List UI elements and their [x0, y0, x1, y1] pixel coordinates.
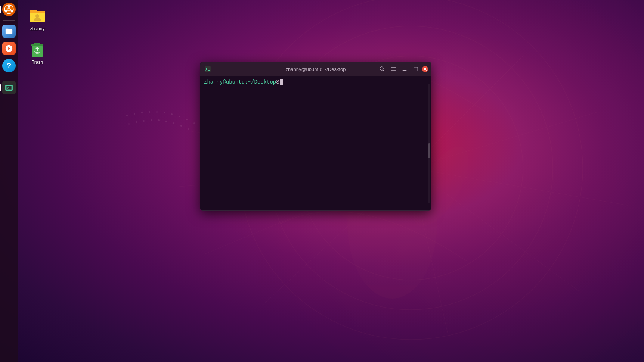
titlebar-controls: [377, 64, 428, 74]
trash-icon-label: Trash: [32, 60, 43, 65]
dock-item-appstore[interactable]: [1, 41, 17, 56]
desktop: ? zhanny: [0, 0, 644, 362]
svg-rect-44: [34, 43, 40, 45]
prompt-dollar: $: [276, 79, 279, 85]
search-button[interactable]: [377, 64, 387, 74]
terminal-content[interactable]: zhanny@ubuntu:~/Desktop$: [200, 76, 431, 210]
dock: ?: [0, 0, 18, 362]
terminal-scrollbar-thumb[interactable]: [428, 143, 430, 158]
prompt-user-host: zhanny@ubuntu:: [204, 79, 248, 85]
dock-item-files[interactable]: [1, 24, 17, 39]
terminal-titlebar: zhanny@ubuntu: ~/Desktop: [200, 62, 431, 76]
ubuntu-logo-icon: [2, 3, 16, 16]
svg-point-41: [35, 14, 39, 18]
terminal-title: zhanny@ubuntu: ~/Desktop: [286, 66, 346, 72]
minimize-button[interactable]: [400, 64, 409, 74]
help-icon: ?: [2, 59, 16, 72]
desktop-icons-container: zhanny Trash: [22, 4, 52, 71]
dock-separator-2: [3, 77, 15, 77]
desktop-icon-zhanny[interactable]: zhanny: [22, 4, 52, 34]
appstore-icon: [2, 42, 16, 55]
svg-point-37: [8, 5, 10, 7]
menu-button[interactable]: [388, 64, 398, 74]
prompt-dir: ~/Desktop: [248, 79, 276, 85]
desktop-icon-trash[interactable]: Trash: [22, 37, 52, 68]
close-button[interactable]: [422, 66, 428, 72]
svg-rect-53: [414, 67, 418, 71]
terminal-dock-icon: [2, 81, 16, 94]
trash-icon: [28, 40, 46, 58]
titlebar-terminal-icon[interactable]: [203, 65, 212, 74]
terminal-window: zhanny@ubuntu: ~/Desktop: [200, 62, 431, 211]
dock-item-terminal[interactable]: [1, 80, 17, 96]
dock-item-help[interactable]: ?: [1, 58, 17, 74]
titlebar-left: [203, 65, 212, 74]
files-icon: [2, 25, 16, 38]
folder-icon: [28, 7, 46, 25]
terminal-prompt-line: zhanny@ubuntu:~/Desktop$: [204, 79, 427, 85]
zhanny-icon-label: zhanny: [30, 26, 45, 31]
dock-item-ubuntu[interactable]: [1, 1, 17, 17]
svg-point-47: [380, 67, 383, 70]
dock-separator-1: [3, 20, 15, 21]
maximize-button[interactable]: [411, 64, 421, 74]
terminal-cursor: [280, 79, 283, 85]
terminal-scrollbar[interactable]: [428, 84, 430, 203]
svg-line-48: [383, 70, 384, 71]
